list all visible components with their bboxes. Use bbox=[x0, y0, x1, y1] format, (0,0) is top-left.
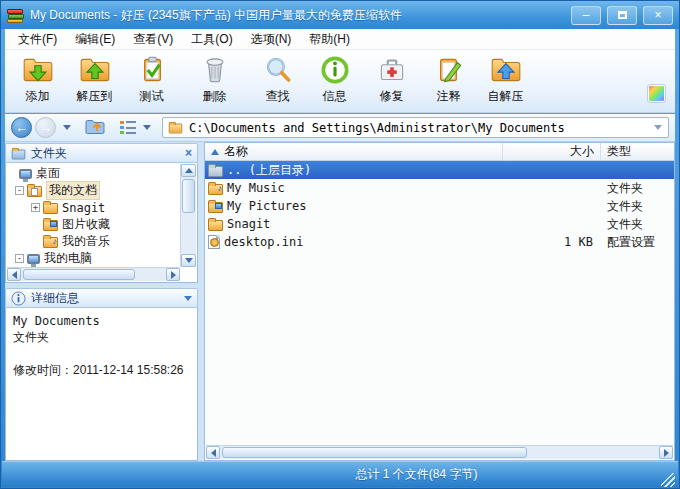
collapse-expander[interactable]: - bbox=[15, 186, 24, 195]
tree-item-music[interactable]: ♪ 我的音乐 bbox=[7, 233, 180, 250]
menu-view[interactable]: 查看(V) bbox=[124, 29, 182, 50]
table-row-desktop-ini[interactable]: desktop.ini 1 KB 配置设置 bbox=[205, 233, 674, 251]
folder-up-icon bbox=[84, 116, 106, 136]
menu-options[interactable]: 选项(N) bbox=[242, 29, 301, 50]
details-modified-time: 修改时间：2011-12-14 15:58:26 bbox=[13, 362, 190, 379]
details-panel-title: 详细信息 bbox=[31, 290, 184, 307]
scroll-thumb[interactable] bbox=[182, 179, 195, 213]
find-button[interactable]: 查找 bbox=[249, 53, 306, 110]
find-label: 查找 bbox=[266, 88, 290, 105]
folder-music-icon: ♪ bbox=[43, 237, 58, 248]
folder-open-icon bbox=[27, 186, 42, 197]
add-button[interactable]: 添加 bbox=[9, 53, 66, 110]
scroll-right-button[interactable] bbox=[166, 268, 180, 281]
details-file-type: 文件夹 bbox=[13, 329, 190, 346]
address-path[interactable]: C:\Documents and Settings\Administrator\… bbox=[189, 121, 653, 135]
menu-file[interactable]: 文件(F) bbox=[9, 29, 66, 50]
scroll-right-button[interactable] bbox=[659, 446, 673, 459]
delete-button[interactable]: 删除 bbox=[186, 53, 243, 110]
workspace: 文件夹 × 桌面 - 我的文档 + bbox=[5, 142, 675, 461]
navigation-bar: ← → C:\Documents and Settings\Administra… bbox=[5, 114, 675, 142]
view-mode-dropdown-icon[interactable] bbox=[143, 125, 151, 130]
info-label: 信息 bbox=[323, 88, 347, 105]
tree-item-desktop[interactable]: 桌面 bbox=[7, 165, 180, 182]
collapse-panel-icon[interactable] bbox=[184, 296, 192, 301]
tree-item-my-computer[interactable]: - 我的电脑 bbox=[7, 250, 180, 267]
address-dropdown-icon[interactable] bbox=[654, 125, 662, 130]
folders-panel-header[interactable]: 文件夹 × bbox=[5, 143, 198, 163]
column-header-name[interactable]: 名称 bbox=[205, 143, 503, 160]
repair-label: 修复 bbox=[380, 88, 404, 105]
computer-icon bbox=[27, 254, 40, 264]
column-header-size[interactable]: 大小 bbox=[503, 143, 601, 160]
info-button[interactable]: 信息 bbox=[306, 53, 363, 110]
details-panel: 详细信息 My Documents 文件夹 修改时间：2011-12-14 15… bbox=[5, 288, 198, 461]
menu-tools[interactable]: 工具(O) bbox=[182, 29, 241, 50]
list-horizontal-scrollbar[interactable] bbox=[206, 445, 673, 459]
scroll-down-button[interactable] bbox=[181, 254, 196, 267]
sort-ascending-icon bbox=[211, 149, 219, 155]
window-title: My Documents - 好压 (2345旗下产品) 中国用户量最大的免费压… bbox=[30, 7, 571, 24]
ini-file-icon bbox=[208, 235, 220, 249]
details-content: My Documents 文件夹 修改时间：2011-12-14 15:58:2… bbox=[5, 308, 198, 461]
menu-edit[interactable]: 编辑(E) bbox=[66, 29, 124, 50]
folder-arrow-up-icon bbox=[78, 53, 112, 87]
scroll-thumb[interactable] bbox=[23, 269, 135, 280]
scroll-thumb[interactable] bbox=[222, 447, 527, 458]
resize-grip[interactable] bbox=[661, 473, 675, 487]
menu-bar: 文件(F) 编辑(E) 查看(V) 工具(O) 选项(N) 帮助(H) bbox=[5, 29, 675, 50]
expand-expander[interactable]: + bbox=[31, 203, 40, 212]
tree-item-my-documents[interactable]: - 我的文档 bbox=[7, 182, 180, 199]
folder-icon bbox=[43, 203, 58, 214]
comment-label: 注释 bbox=[437, 88, 461, 105]
extract-button[interactable]: 解压到 bbox=[66, 53, 123, 110]
up-one-level-button[interactable] bbox=[84, 116, 106, 139]
table-row-my-pictures[interactable]: My Pictures 文件夹 bbox=[205, 197, 674, 215]
table-row-snagit[interactable]: Snagit 文件夹 bbox=[205, 215, 674, 233]
column-header-type[interactable]: 类型 bbox=[601, 143, 674, 160]
scroll-left-button[interactable] bbox=[7, 268, 21, 281]
file-list-header: 名称 大小 类型 bbox=[205, 143, 674, 161]
details-panel-header[interactable]: 详细信息 bbox=[5, 288, 198, 308]
test-label: 测试 bbox=[140, 88, 164, 105]
folders-panel-title: 文件夹 bbox=[31, 145, 185, 162]
menu-help[interactable]: 帮助(H) bbox=[300, 29, 359, 50]
test-button[interactable]: 测试 bbox=[123, 53, 180, 110]
table-row-my-music[interactable]: ♪My Music 文件夹 bbox=[205, 179, 674, 197]
delete-label: 删除 bbox=[203, 88, 227, 105]
maximize-button[interactable] bbox=[607, 6, 637, 25]
forward-button[interactable]: → bbox=[35, 117, 56, 138]
folders-panel-close-icon[interactable]: × bbox=[185, 146, 192, 160]
scroll-up-button[interactable] bbox=[181, 164, 196, 177]
collapse-expander[interactable]: - bbox=[15, 254, 24, 263]
title-bar[interactable]: My Documents - 好压 (2345旗下产品) 中国用户量最大的免费压… bbox=[1, 1, 679, 29]
back-button[interactable]: ← bbox=[11, 117, 32, 138]
tree-item-pictures[interactable]: 图片收藏 bbox=[7, 216, 180, 233]
sfx-label: 自解压 bbox=[488, 88, 524, 105]
sfx-button[interactable]: 自解压 bbox=[477, 53, 534, 110]
tree-horizontal-scrollbar[interactable] bbox=[7, 267, 180, 281]
skin-picker-button[interactable] bbox=[648, 85, 665, 102]
address-combobox[interactable]: C:\Documents and Settings\Administrator\… bbox=[162, 117, 669, 138]
table-row-parent-dir[interactable]: .. (上层目录) bbox=[205, 161, 674, 179]
trash-icon bbox=[198, 53, 232, 87]
clipboard-pencil-icon bbox=[432, 53, 466, 87]
left-column: 文件夹 × 桌面 - 我的文档 + bbox=[5, 143, 198, 461]
folders-panel-icon bbox=[12, 149, 26, 159]
extract-label: 解压到 bbox=[77, 88, 113, 105]
address-folder-icon bbox=[169, 124, 183, 134]
view-mode-icon[interactable] bbox=[120, 121, 136, 135]
history-dropdown-icon[interactable] bbox=[63, 125, 71, 130]
repair-button[interactable]: 修复 bbox=[363, 53, 420, 110]
comment-button[interactable]: 注释 bbox=[420, 53, 477, 110]
details-file-name: My Documents bbox=[13, 314, 190, 328]
tree-item-snagit[interactable]: + Snagit bbox=[7, 199, 180, 216]
minimize-button[interactable]: – bbox=[571, 6, 601, 25]
desktop-icon bbox=[19, 169, 32, 179]
repair-kit-icon bbox=[375, 53, 409, 87]
folder-up-icon bbox=[208, 166, 223, 177]
tree-vertical-scrollbar[interactable] bbox=[180, 164, 196, 267]
scroll-left-button[interactable] bbox=[206, 446, 220, 459]
close-button[interactable]: × bbox=[643, 6, 673, 25]
clipboard-check-icon bbox=[135, 53, 169, 87]
